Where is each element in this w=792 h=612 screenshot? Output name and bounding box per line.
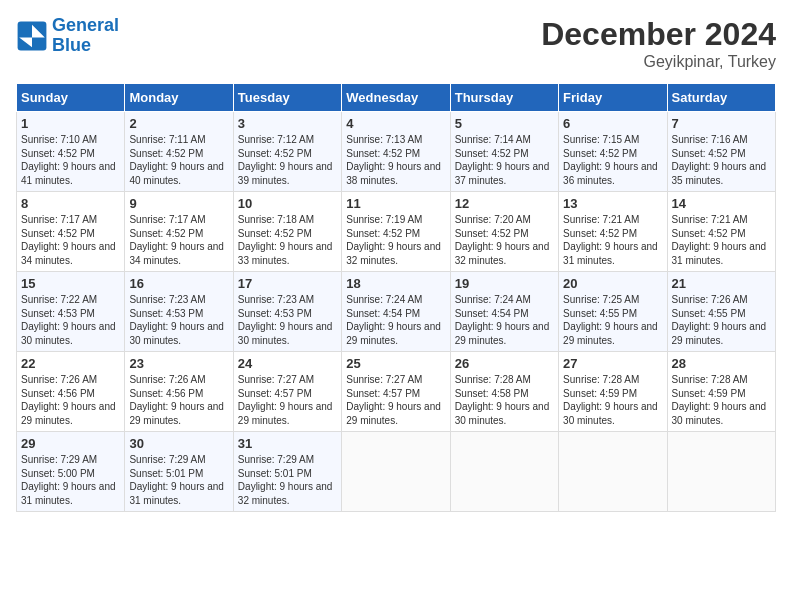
title-block: December 2024 Geyikpinar, Turkey: [541, 16, 776, 71]
calendar-table: SundayMondayTuesdayWednesdayThursdayFrid…: [16, 83, 776, 512]
logo-text: General Blue: [52, 16, 119, 56]
subtitle: Geyikpinar, Turkey: [541, 53, 776, 71]
calendar-cell: 12 Sunrise: 7:20 AMSunset: 4:52 PMDaylig…: [450, 192, 558, 272]
day-detail: Sunrise: 7:21 AMSunset: 4:52 PMDaylight:…: [563, 214, 658, 266]
calendar-cell: 31 Sunrise: 7:29 AMSunset: 5:01 PMDaylig…: [233, 432, 341, 512]
day-detail: Sunrise: 7:21 AMSunset: 4:52 PMDaylight:…: [672, 214, 767, 266]
day-number: 23: [129, 356, 228, 371]
calendar-cell: 5 Sunrise: 7:14 AMSunset: 4:52 PMDayligh…: [450, 112, 558, 192]
day-detail: Sunrise: 7:22 AMSunset: 4:53 PMDaylight:…: [21, 294, 116, 346]
day-detail: Sunrise: 7:23 AMSunset: 4:53 PMDaylight:…: [238, 294, 333, 346]
calendar-cell: 8 Sunrise: 7:17 AMSunset: 4:52 PMDayligh…: [17, 192, 125, 272]
day-number: 11: [346, 196, 445, 211]
day-detail: Sunrise: 7:29 AMSunset: 5:01 PMDaylight:…: [129, 454, 224, 506]
day-number: 15: [21, 276, 120, 291]
day-detail: Sunrise: 7:20 AMSunset: 4:52 PMDaylight:…: [455, 214, 550, 266]
calendar-cell: 6 Sunrise: 7:15 AMSunset: 4:52 PMDayligh…: [559, 112, 667, 192]
day-number: 2: [129, 116, 228, 131]
calendar-week-1: 1 Sunrise: 7:10 AMSunset: 4:52 PMDayligh…: [17, 112, 776, 192]
day-number: 22: [21, 356, 120, 371]
calendar-cell: 9 Sunrise: 7:17 AMSunset: 4:52 PMDayligh…: [125, 192, 233, 272]
day-detail: Sunrise: 7:15 AMSunset: 4:52 PMDaylight:…: [563, 134, 658, 186]
day-number: 29: [21, 436, 120, 451]
page-header: General Blue December 2024 Geyikpinar, T…: [16, 16, 776, 71]
day-detail: Sunrise: 7:29 AMSunset: 5:01 PMDaylight:…: [238, 454, 333, 506]
calendar-cell: 26 Sunrise: 7:28 AMSunset: 4:58 PMDaylig…: [450, 352, 558, 432]
calendar-cell: 29 Sunrise: 7:29 AMSunset: 5:00 PMDaylig…: [17, 432, 125, 512]
header-saturday: Saturday: [667, 84, 775, 112]
calendar-cell: 22 Sunrise: 7:26 AMSunset: 4:56 PMDaylig…: [17, 352, 125, 432]
day-detail: Sunrise: 7:12 AMSunset: 4:52 PMDaylight:…: [238, 134, 333, 186]
day-detail: Sunrise: 7:23 AMSunset: 4:53 PMDaylight:…: [129, 294, 224, 346]
day-number: 21: [672, 276, 771, 291]
day-number: 7: [672, 116, 771, 131]
day-number: 18: [346, 276, 445, 291]
day-number: 3: [238, 116, 337, 131]
day-detail: Sunrise: 7:28 AMSunset: 4:59 PMDaylight:…: [672, 374, 767, 426]
day-detail: Sunrise: 7:29 AMSunset: 5:00 PMDaylight:…: [21, 454, 116, 506]
calendar-cell: 30 Sunrise: 7:29 AMSunset: 5:01 PMDaylig…: [125, 432, 233, 512]
day-detail: Sunrise: 7:19 AMSunset: 4:52 PMDaylight:…: [346, 214, 441, 266]
day-number: 25: [346, 356, 445, 371]
day-number: 5: [455, 116, 554, 131]
logo-icon: [16, 20, 48, 52]
day-detail: Sunrise: 7:18 AMSunset: 4:52 PMDaylight:…: [238, 214, 333, 266]
calendar-week-2: 8 Sunrise: 7:17 AMSunset: 4:52 PMDayligh…: [17, 192, 776, 272]
day-number: 14: [672, 196, 771, 211]
day-number: 27: [563, 356, 662, 371]
calendar-cell: 27 Sunrise: 7:28 AMSunset: 4:59 PMDaylig…: [559, 352, 667, 432]
day-detail: Sunrise: 7:14 AMSunset: 4:52 PMDaylight:…: [455, 134, 550, 186]
calendar-cell: 21 Sunrise: 7:26 AMSunset: 4:55 PMDaylig…: [667, 272, 775, 352]
day-detail: Sunrise: 7:27 AMSunset: 4:57 PMDaylight:…: [238, 374, 333, 426]
day-detail: Sunrise: 7:26 AMSunset: 4:56 PMDaylight:…: [21, 374, 116, 426]
day-number: 28: [672, 356, 771, 371]
calendar-cell: 23 Sunrise: 7:26 AMSunset: 4:56 PMDaylig…: [125, 352, 233, 432]
header-monday: Monday: [125, 84, 233, 112]
day-detail: Sunrise: 7:16 AMSunset: 4:52 PMDaylight:…: [672, 134, 767, 186]
calendar-cell: 20 Sunrise: 7:25 AMSunset: 4:55 PMDaylig…: [559, 272, 667, 352]
calendar-week-4: 22 Sunrise: 7:26 AMSunset: 4:56 PMDaylig…: [17, 352, 776, 432]
logo: General Blue: [16, 16, 119, 56]
calendar-cell: 1 Sunrise: 7:10 AMSunset: 4:52 PMDayligh…: [17, 112, 125, 192]
calendar-cell: 3 Sunrise: 7:12 AMSunset: 4:52 PMDayligh…: [233, 112, 341, 192]
day-detail: Sunrise: 7:27 AMSunset: 4:57 PMDaylight:…: [346, 374, 441, 426]
calendar-week-5: 29 Sunrise: 7:29 AMSunset: 5:00 PMDaylig…: [17, 432, 776, 512]
header-friday: Friday: [559, 84, 667, 112]
day-detail: Sunrise: 7:10 AMSunset: 4:52 PMDaylight:…: [21, 134, 116, 186]
header-sunday: Sunday: [17, 84, 125, 112]
day-detail: Sunrise: 7:24 AMSunset: 4:54 PMDaylight:…: [455, 294, 550, 346]
calendar-cell: 24 Sunrise: 7:27 AMSunset: 4:57 PMDaylig…: [233, 352, 341, 432]
day-detail: Sunrise: 7:28 AMSunset: 4:58 PMDaylight:…: [455, 374, 550, 426]
calendar-cell: 10 Sunrise: 7:18 AMSunset: 4:52 PMDaylig…: [233, 192, 341, 272]
day-detail: Sunrise: 7:17 AMSunset: 4:52 PMDaylight:…: [21, 214, 116, 266]
calendar-cell: [342, 432, 450, 512]
calendar-cell: 18 Sunrise: 7:24 AMSunset: 4:54 PMDaylig…: [342, 272, 450, 352]
day-number: 8: [21, 196, 120, 211]
day-number: 9: [129, 196, 228, 211]
calendar-cell: [559, 432, 667, 512]
calendar-cell: 7 Sunrise: 7:16 AMSunset: 4:52 PMDayligh…: [667, 112, 775, 192]
day-number: 30: [129, 436, 228, 451]
day-number: 1: [21, 116, 120, 131]
day-number: 6: [563, 116, 662, 131]
day-number: 12: [455, 196, 554, 211]
day-number: 4: [346, 116, 445, 131]
day-number: 13: [563, 196, 662, 211]
calendar-cell: 4 Sunrise: 7:13 AMSunset: 4:52 PMDayligh…: [342, 112, 450, 192]
calendar-cell: 25 Sunrise: 7:27 AMSunset: 4:57 PMDaylig…: [342, 352, 450, 432]
calendar-cell: 2 Sunrise: 7:11 AMSunset: 4:52 PMDayligh…: [125, 112, 233, 192]
day-number: 17: [238, 276, 337, 291]
calendar-cell: 28 Sunrise: 7:28 AMSunset: 4:59 PMDaylig…: [667, 352, 775, 432]
calendar-week-3: 15 Sunrise: 7:22 AMSunset: 4:53 PMDaylig…: [17, 272, 776, 352]
calendar-cell: [450, 432, 558, 512]
calendar-cell: 11 Sunrise: 7:19 AMSunset: 4:52 PMDaylig…: [342, 192, 450, 272]
calendar-cell: 17 Sunrise: 7:23 AMSunset: 4:53 PMDaylig…: [233, 272, 341, 352]
day-detail: Sunrise: 7:26 AMSunset: 4:55 PMDaylight:…: [672, 294, 767, 346]
calendar-cell: 15 Sunrise: 7:22 AMSunset: 4:53 PMDaylig…: [17, 272, 125, 352]
calendar-header-row: SundayMondayTuesdayWednesdayThursdayFrid…: [17, 84, 776, 112]
calendar-cell: 19 Sunrise: 7:24 AMSunset: 4:54 PMDaylig…: [450, 272, 558, 352]
calendar-cell: 16 Sunrise: 7:23 AMSunset: 4:53 PMDaylig…: [125, 272, 233, 352]
day-number: 31: [238, 436, 337, 451]
day-number: 19: [455, 276, 554, 291]
day-number: 16: [129, 276, 228, 291]
